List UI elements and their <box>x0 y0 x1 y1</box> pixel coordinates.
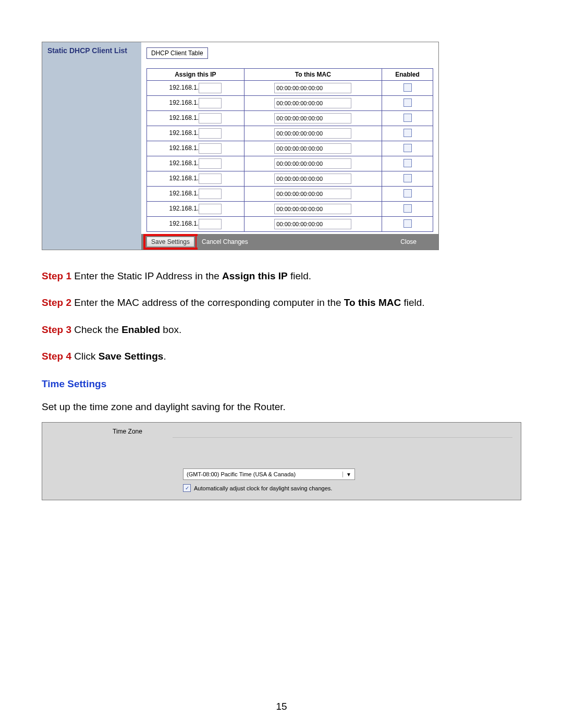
table-row: 192.168.1. <box>147 96 433 111</box>
mac-cell <box>244 202 382 217</box>
save-settings-button[interactable]: Save Settings <box>146 237 194 247</box>
dhcp-button-bar: Save Settings Cancel Changes Close <box>141 234 438 250</box>
enabled-checkbox[interactable] <box>403 129 412 137</box>
time-settings-heading: Time Settings <box>42 378 521 390</box>
dhcp-side-header: Static DHCP Client List <box>42 42 141 59</box>
ip-octet-input[interactable] <box>199 158 222 169</box>
enabled-checkbox[interactable] <box>403 189 412 198</box>
dhcp-table: Assign this IP To this MAC Enabled 192.1… <box>146 68 433 232</box>
enabled-cell <box>382 81 433 96</box>
ip-cell: 192.168.1. <box>147 96 244 111</box>
step-1-label: Step 1 <box>42 270 71 281</box>
time-zone-select[interactable]: (GMT-08:00) Pacific Time (USA & Canada) … <box>183 468 355 480</box>
save-settings-highlight: Save Settings <box>143 234 198 250</box>
enabled-cell <box>382 171 433 187</box>
time-settings-intro: Set up the time zone and daylight saving… <box>42 401 521 413</box>
step-2: Step 2 Enter the MAC address of the corr… <box>42 294 521 311</box>
ip-cell: 192.168.1. <box>147 81 244 96</box>
col-assign-ip: Assign this IP <box>147 69 244 81</box>
mac-input[interactable] <box>274 113 351 124</box>
ip-cell: 192.168.1. <box>147 217 244 232</box>
enabled-checkbox[interactable] <box>403 219 412 228</box>
time-zone-selected: (GMT-08:00) Pacific Time (USA & Canada) <box>187 471 296 477</box>
step-4: Step 4 Click Save Settings. <box>42 348 521 365</box>
mac-input[interactable] <box>274 128 351 139</box>
enabled-checkbox[interactable] <box>403 174 412 182</box>
mac-input[interactable] <box>274 219 351 229</box>
enabled-cell <box>382 96 433 111</box>
mac-input[interactable] <box>274 143 351 154</box>
dhcp-client-screenshot: Static DHCP Client List DHCP Client Tabl… <box>42 42 439 250</box>
time-zone-screenshot: Time Zone (GMT-08:00) Pacific Time (USA … <box>42 422 521 500</box>
ip-octet-input[interactable] <box>199 143 222 154</box>
enabled-cell <box>382 217 433 232</box>
dst-checkbox[interactable]: ✓ <box>183 484 191 492</box>
step-3: Step 3 Check the Enabled box. <box>42 322 521 338</box>
step-1: Step 1 Enter the Static IP Address in th… <box>42 268 521 285</box>
cancel-changes-button[interactable]: Cancel Changes <box>197 236 253 248</box>
table-row: 192.168.1. <box>147 187 433 202</box>
mac-input[interactable] <box>274 204 351 214</box>
enabled-cell <box>382 141 433 156</box>
mac-cell <box>244 171 382 187</box>
ip-octet-input[interactable] <box>199 174 222 184</box>
table-row: 192.168.1. <box>147 126 433 141</box>
enabled-cell <box>382 111 433 126</box>
table-row: 192.168.1. <box>147 141 433 156</box>
enabled-checkbox[interactable] <box>403 83 412 92</box>
dhcp-main-panel: DHCP Client Table Assign this IP To this… <box>141 42 438 250</box>
time-zone-label: Time Zone <box>113 428 142 435</box>
ip-octet-input[interactable] <box>199 204 222 214</box>
close-button[interactable]: Close <box>395 236 422 248</box>
mac-input[interactable] <box>274 83 351 93</box>
ip-cell: 192.168.1. <box>147 141 244 156</box>
ip-cell: 192.168.1. <box>147 111 244 126</box>
mac-cell <box>244 217 382 232</box>
mac-cell <box>244 141 382 156</box>
mac-input[interactable] <box>274 158 351 169</box>
page-number: 15 <box>0 701 563 712</box>
mac-cell <box>244 81 382 96</box>
ip-cell: 192.168.1. <box>147 126 244 141</box>
dhcp-client-table-button[interactable]: DHCP Client Table <box>146 47 208 59</box>
mac-cell <box>244 156 382 171</box>
ip-cell: 192.168.1. <box>147 187 244 202</box>
mac-cell <box>244 111 382 126</box>
enabled-cell <box>382 156 433 171</box>
col-enabled: Enabled <box>382 69 433 81</box>
dst-label: Automatically adjust clock for daylight … <box>194 485 332 491</box>
table-row: 192.168.1. <box>147 202 433 217</box>
ip-octet-input[interactable] <box>199 128 222 139</box>
dhcp-side-panel: Static DHCP Client List <box>42 42 141 250</box>
chevron-down-icon: ▼ <box>342 472 351 477</box>
divider <box>173 437 512 438</box>
enabled-checkbox[interactable] <box>403 114 412 122</box>
instructions-block: Step 1 Enter the Static IP Address in th… <box>42 268 521 365</box>
ip-cell: 192.168.1. <box>147 202 244 217</box>
ip-cell: 192.168.1. <box>147 156 244 171</box>
dst-row: ✓ Automatically adjust clock for dayligh… <box>183 484 332 492</box>
mac-cell <box>244 187 382 202</box>
ip-octet-input[interactable] <box>199 113 222 124</box>
enabled-cell <box>382 126 433 141</box>
mac-input[interactable] <box>274 174 351 184</box>
mac-input[interactable] <box>274 189 351 199</box>
ip-octet-input[interactable] <box>199 189 222 199</box>
check-icon: ✓ <box>185 485 189 491</box>
ip-octet-input[interactable] <box>199 98 222 108</box>
ip-octet-input[interactable] <box>199 219 222 229</box>
enabled-checkbox[interactable] <box>403 204 412 213</box>
ip-octet-input[interactable] <box>199 83 222 93</box>
table-row: 192.168.1. <box>147 111 433 126</box>
table-row: 192.168.1. <box>147 171 433 187</box>
table-row: 192.168.1. <box>147 156 433 171</box>
enabled-checkbox[interactable] <box>403 159 412 167</box>
step-2-label: Step 2 <box>42 297 71 308</box>
mac-cell <box>244 96 382 111</box>
mac-cell <box>244 126 382 141</box>
step-4-label: Step 4 <box>42 351 71 362</box>
enabled-checkbox[interactable] <box>403 98 412 107</box>
col-to-this-mac: To this MAC <box>244 69 382 81</box>
enabled-checkbox[interactable] <box>403 144 412 152</box>
mac-input[interactable] <box>274 98 351 108</box>
